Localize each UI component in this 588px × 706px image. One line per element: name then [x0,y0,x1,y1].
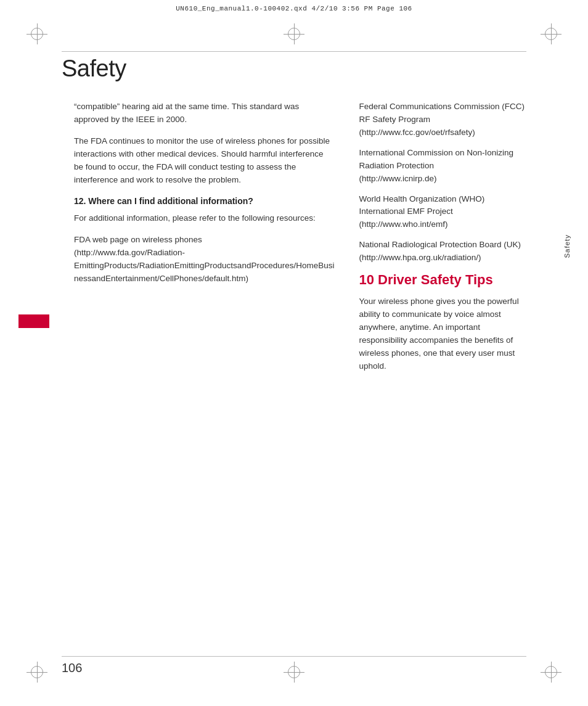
reg-mark-bottom-right [545,666,557,678]
fcc-item: Federal Communications Commission (FCC) … [359,101,526,139]
fcc-name: Federal Communications Commission (FCC) … [359,102,525,124]
left-para-3: For additional information, please refer… [74,212,334,225]
left-column: “compatible” hearing aid at the same tim… [62,101,334,382]
page-number-area: 106 [62,661,82,675]
header-file-info: UN610_Eng_manual1.0-100402.qxd 4/2/10 3:… [176,5,412,12]
who-item: World Health Organization (WHO) Internat… [359,193,526,232]
section-12-heading: 12. Where can I find additional informat… [74,195,334,208]
reg-mark-bottom-center [288,666,300,678]
who-url: (http://www.who.int/emf) [359,220,447,229]
fda-link-label: FDA web page on wireless phones (http://… [74,234,334,285]
fda-link-name: FDA web page on wireless phones [74,235,202,244]
two-column-layout: “compatible” hearing aid at the same tim… [62,101,526,382]
reg-mark-top-left [31,28,43,40]
page-container: UN610_Eng_manual1.0-100402.qxd 4/2/10 3:… [0,0,588,706]
fcc-url: (http://www.fcc.gov/oet/rfsafety) [359,128,475,137]
page-number: 106 [62,661,82,675]
reg-mark-top-center [288,28,300,40]
nrpb-url: (http://www.hpa.org.uk/radiation/) [359,253,481,262]
top-rule [62,51,526,52]
driver-safety-para: Your wireless phone gives you the powerf… [359,295,526,373]
who-name: World Health Organization (WHO) Internat… [359,194,484,216]
fda-link-url: (http://www.fda.gov/Radiation-EmittingPr… [74,248,334,283]
vertical-safety-label: Safety [563,234,571,258]
main-content: Safety “compatible” hearing aid at the s… [62,55,526,657]
nrpb-item: National Radiological Protection Board (… [359,239,526,265]
right-column: Federal Communications Commission (FCC) … [359,101,526,382]
icnirp-name: International Commission on Non-Ionizing… [359,148,513,170]
left-para-1: “compatible” hearing aid at the same tim… [74,101,334,126]
icnirp-url: (http://www.icnirp.de) [359,174,436,183]
reg-mark-top-right [545,28,557,40]
icnirp-item: International Commission on Non-Ionizing… [359,147,526,186]
page-title: Safety [62,55,526,82]
nrpb-name: National Radiological Protection Board (… [359,240,521,249]
red-tab [18,314,49,328]
header-bar: UN610_Eng_manual1.0-100402.qxd 4/2/10 3:… [37,5,551,12]
driver-safety-heading: 10 Driver Safety Tips [359,272,526,288]
reg-mark-bottom-left [31,666,43,678]
left-para-2: The FDA continues to monitor the use of … [74,135,334,187]
